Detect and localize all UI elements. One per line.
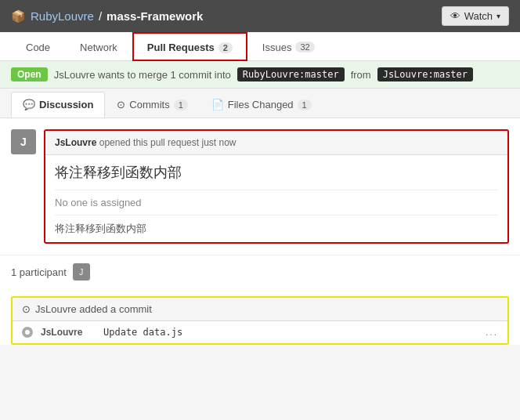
watch-button[interactable]: 👁 Watch ▾ [442,6,509,26]
discussion-icon: 💬 [23,99,35,110]
commit-row: JsLouvre Update data.js ... [13,321,507,343]
pr-card-author: JsLouvre [55,137,96,148]
commit-actions-menu[interactable]: ... [486,327,498,338]
pr-card: JsLouvre opened this pull request just n… [44,129,509,244]
sub-tab-discussion-label: Discussion [39,99,93,110]
main-tabs: Code Network Pull Requests 2 Issues 32 [0,32,520,61]
watch-icon: 👁 [450,10,460,22]
commit-section: ⊙ JsLouvre added a commit JsLouvre Updat… [11,296,509,345]
pr-author-inline: JsLouvre [54,69,96,81]
tab-network-label: Network [80,42,117,53]
commit-header-icon: ⊙ [22,303,31,315]
sub-tab-discussion[interactable]: 💬 Discussion [11,92,105,118]
pr-card-header: JsLouvre opened this pull request just n… [45,131,507,155]
repo-name: mass-Framework [107,9,203,23]
pr-info-bar: Open JsLouvre wants to merge 1 commit in… [0,61,520,89]
commit-dot [22,327,33,338]
commits-badge: 1 [174,100,188,110]
commit-dot-inner [25,330,30,335]
participants-count: 1 participant [11,266,67,278]
watch-dropdown-arrow: ▾ [497,12,500,20]
tab-code[interactable]: Code [11,32,65,61]
participants-row: 1 participant J [0,255,520,288]
repo-owner-link[interactable]: RubyLouvre [31,9,94,23]
pull-requests-badge: 2 [218,42,233,53]
commit-header-text: JsLouvre added a commit [35,303,152,315]
pr-card-title: 将注释移到函数内部 [45,155,507,190]
issues-badge: 32 [295,42,314,52]
files-badge: 1 [298,100,312,110]
tab-pull-requests-label: Pull Requests [147,42,215,53]
tab-issues[interactable]: Issues 32 [247,32,330,61]
sub-tab-files-label: Files Changed [228,99,294,110]
pr-card-action: opened this pull request just now [99,137,237,148]
commit-author: JsLouvre [41,327,96,338]
title-separator: / [99,9,102,23]
sub-tab-files-changed[interactable]: 📄 Files Changed 1 [200,92,323,118]
repo-icon: 📦 [11,9,26,24]
repo-title: 📦 RubyLouvre / mass-Framework [11,9,203,24]
source-branch-badge[interactable]: JsLouvre:master [377,67,473,81]
pr-action-text: wants to merge 1 commit into [98,69,231,81]
pr-from-text: from [351,69,371,81]
header-bar: 📦 RubyLouvre / mass-Framework 👁 Watch ▾ [0,0,520,32]
pr-card-wrapper: J JsLouvre opened this pull request just… [0,118,520,255]
pr-card-assignee: No one is assigned [45,190,507,215]
tab-network[interactable]: Network [65,32,132,61]
files-icon: 📄 [211,99,224,110]
target-branch-badge[interactable]: RubyLouvre:master [237,67,345,81]
commits-icon: ⊙ [117,99,125,110]
pr-info-text: JsLouvre wants to merge 1 commit into [54,69,231,81]
sub-tab-commits-label: Commits [129,99,169,110]
tab-code-label: Code [26,42,50,53]
main-content: J JsLouvre opened this pull request just… [0,118,520,345]
participant-avatar-1: J [73,263,90,281]
pr-author-avatar-col: J [11,129,36,244]
commit-message[interactable]: Update data.js [103,327,478,338]
commit-section-header: ⊙ JsLouvre added a commit [13,298,507,321]
tab-issues-label: Issues [262,42,292,53]
sub-tab-commits[interactable]: ⊙ Commits 1 [105,92,199,118]
pr-card-body: 将注释移到函数内部 [45,215,507,242]
pr-status-badge: Open [11,67,48,81]
pr-author-avatar: J [11,129,36,154]
sub-tabs: 💬 Discussion ⊙ Commits 1 📄 Files Changed… [0,89,520,118]
watch-label: Watch [464,10,493,22]
tab-pull-requests[interactable]: Pull Requests 2 [132,32,247,61]
